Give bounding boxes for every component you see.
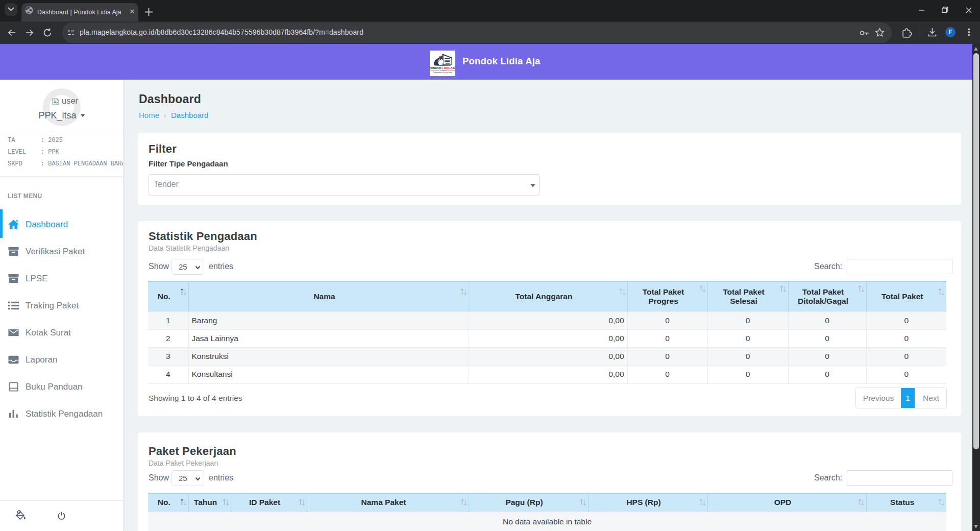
svg-text:Pengadaan Barang/Jasa: Pengadaan Barang/Jasa xyxy=(433,71,452,74)
svg-text:PONDOK LIDIA AJA: PONDOK LIDIA AJA xyxy=(430,66,455,69)
